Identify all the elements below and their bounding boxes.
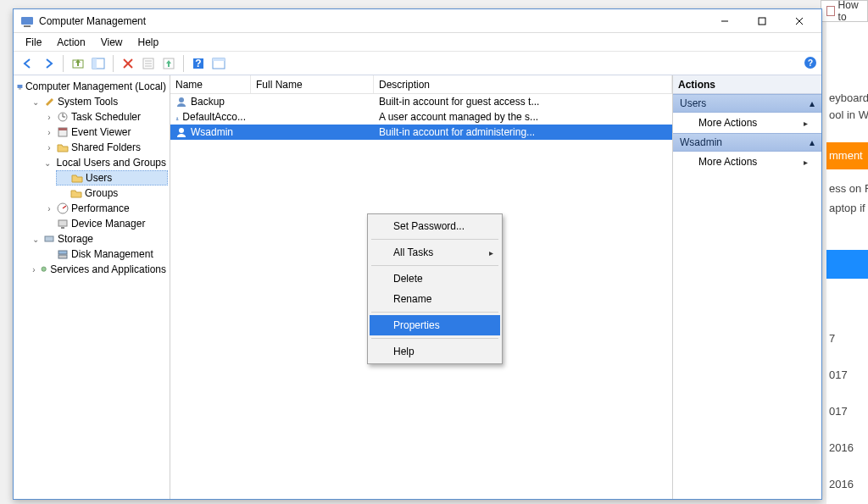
- tools-icon: [43, 96, 55, 108]
- svg-rect-32: [61, 227, 64, 229]
- user-name: DefaultAcco...: [182, 111, 246, 123]
- svg-rect-34: [58, 251, 67, 254]
- toolbar-properties[interactable]: [139, 54, 158, 73]
- collapse-icon[interactable]: ⌄: [31, 97, 41, 107]
- user-icon: [175, 111, 179, 123]
- expand-icon[interactable]: ›: [44, 203, 54, 213]
- help-orb-icon[interactable]: ?: [804, 57, 816, 69]
- console-tree[interactable]: Computer Management (Local) ⌄ System Too…: [14, 75, 170, 499]
- col-description[interactable]: Description: [374, 75, 672, 93]
- user-name: Wsadmin: [191, 126, 233, 138]
- toolbar-delete[interactable]: [119, 54, 137, 73]
- close-button[interactable]: [781, 11, 818, 31]
- tree-groups[interactable]: Groups: [56, 186, 168, 201]
- tree-disk-management[interactable]: Disk Management: [42, 246, 168, 262]
- tree-users[interactable]: Users: [56, 170, 168, 186]
- svg-rect-26: [58, 128, 67, 130]
- svg-rect-35: [58, 255, 67, 258]
- ctx-rename[interactable]: Rename: [370, 289, 500, 309]
- menu-help[interactable]: Help: [131, 35, 166, 50]
- users-groups-icon: [53, 157, 54, 169]
- ctx-properties[interactable]: Properties: [370, 315, 500, 335]
- col-name[interactable]: Name: [170, 75, 251, 93]
- svg-point-38: [176, 117, 178, 119]
- browser-tab-behind: How to: [821, 0, 868, 22]
- storage-icon: [43, 233, 55, 245]
- expand-icon[interactable]: ›: [44, 127, 54, 137]
- ctx-set-password[interactable]: Set Password...: [370, 216, 500, 236]
- tree-storage[interactable]: ⌄Storage: [29, 231, 168, 246]
- services-icon: [40, 263, 47, 275]
- performance-icon: [57, 202, 69, 214]
- tree-shared-folders[interactable]: ›Shared Folders: [42, 140, 168, 155]
- toolbar-refresh-view[interactable]: [209, 54, 228, 73]
- svg-point-36: [42, 267, 46, 271]
- folder-icon: [71, 172, 83, 184]
- actions-title: Actions: [673, 75, 821, 94]
- user-row[interactable]: WsadminBuilt-in account for administerin…: [170, 125, 672, 140]
- user-description: A user account managed by the s...: [379, 111, 538, 123]
- submenu-arrow-icon: ▸: [804, 158, 808, 167]
- disk-icon: [57, 248, 69, 260]
- svg-line-30: [63, 206, 66, 208]
- minimize-button[interactable]: [706, 11, 743, 31]
- tree-event-viewer[interactable]: ›Event Viewer: [42, 125, 168, 140]
- title-bar[interactable]: Computer Management: [14, 9, 821, 33]
- user-row[interactable]: DefaultAcco...A user account managed by …: [170, 109, 672, 125]
- svg-text:?: ?: [195, 58, 201, 69]
- menu-view[interactable]: View: [94, 35, 130, 50]
- context-menu: Set Password... All Tasks▸ Delete Rename…: [367, 213, 503, 364]
- expand-icon[interactable]: ›: [44, 112, 54, 122]
- toolbar-help[interactable]: ?: [189, 54, 208, 73]
- collapse-icon[interactable]: ⌄: [31, 234, 41, 244]
- menu-file[interactable]: File: [19, 35, 48, 50]
- col-full-name[interactable]: Full Name: [251, 75, 374, 93]
- svg-point-39: [179, 128, 184, 133]
- svg-rect-3: [759, 18, 765, 25]
- computer-management-window: Computer Management File Action View Hel…: [13, 8, 822, 500]
- collapse-icon[interactable]: ⌄: [44, 158, 51, 168]
- users-list: Name Full Name Description BackupBuilt-i…: [170, 75, 673, 499]
- svg-point-37: [179, 97, 184, 102]
- tree-device-manager[interactable]: Device Manager: [42, 216, 168, 231]
- list-header: Name Full Name Description: [170, 75, 672, 94]
- svg-rect-20: [17, 85, 22, 88]
- svg-rect-1: [24, 25, 31, 27]
- user-icon: [175, 126, 187, 138]
- device-icon: [57, 218, 69, 230]
- svg-rect-0: [21, 17, 33, 25]
- submenu-arrow-icon: ▸: [804, 119, 808, 128]
- ctx-help[interactable]: Help: [370, 341, 500, 362]
- svg-rect-21: [19, 89, 21, 90]
- user-icon: [175, 96, 187, 108]
- toolbar-up[interactable]: [69, 54, 87, 73]
- collapse-arrow-icon: ▴: [810, 97, 815, 109]
- actions-group-users[interactable]: Users ▴: [673, 94, 821, 113]
- clock-icon: [57, 111, 69, 123]
- menu-action[interactable]: Action: [50, 35, 92, 50]
- tree-performance[interactable]: ›Performance: [42, 201, 168, 216]
- actions-more-wsadmin[interactable]: More Actions▸: [673, 152, 821, 172]
- actions-more-users[interactable]: More Actions▸: [673, 113, 821, 133]
- svg-rect-8: [92, 58, 97, 69]
- tree-root[interactable]: Computer Management (Local): [15, 79, 168, 94]
- tree-task-scheduler[interactable]: ›Task Scheduler: [42, 109, 168, 125]
- toolbar-forward[interactable]: [39, 54, 58, 73]
- toolbar-show-hide-tree[interactable]: [89, 54, 108, 73]
- maximize-button[interactable]: [743, 11, 781, 31]
- toolbar-export[interactable]: [159, 54, 178, 73]
- tree-services-apps[interactable]: ›Services and Applications: [29, 262, 168, 277]
- ctx-all-tasks[interactable]: All Tasks▸: [370, 242, 500, 263]
- event-icon: [57, 126, 69, 138]
- toolbar-back[interactable]: [19, 54, 37, 73]
- tree-system-tools[interactable]: ⌄ System Tools: [29, 94, 168, 109]
- expand-icon[interactable]: ›: [31, 264, 37, 274]
- submenu-arrow-icon: ▸: [489, 248, 493, 258]
- tree-local-users-groups[interactable]: ⌄Local Users and Groups: [42, 155, 168, 170]
- svg-rect-19: [213, 58, 225, 61]
- user-row[interactable]: BackupBuilt-in account for guest access …: [170, 94, 672, 109]
- ctx-delete[interactable]: Delete: [370, 269, 500, 289]
- expand-icon[interactable]: ›: [44, 142, 54, 152]
- user-description: Built-in account for guest access t...: [379, 96, 539, 108]
- actions-group-wsadmin[interactable]: Wsadmin ▴: [673, 133, 821, 152]
